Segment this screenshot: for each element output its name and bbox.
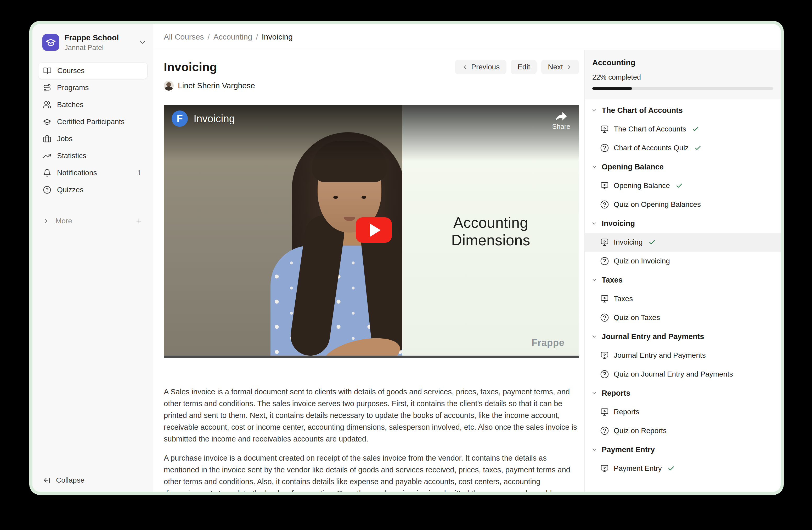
- breadcrumb-accounting[interactable]: Accounting: [214, 32, 252, 41]
- outline-chapter[interactable]: The Chart of Accounts: [585, 101, 781, 120]
- video-lesson-icon: [600, 181, 609, 190]
- course-title: Accounting: [592, 58, 773, 67]
- next-button[interactable]: Next: [541, 60, 579, 74]
- quiz-icon: [600, 426, 609, 435]
- outline-lesson[interactable]: Quiz on Opening Balances: [585, 195, 781, 214]
- sidebar-item-programs[interactable]: Programs: [38, 79, 147, 96]
- breadcrumb-separator: /: [207, 32, 209, 41]
- sidebar-item-statistics[interactable]: Statistics: [38, 148, 147, 164]
- edit-button[interactable]: Edit: [511, 60, 537, 74]
- presenter-eye: [362, 196, 366, 199]
- chapter-title: The Chart of Accounts: [602, 106, 683, 115]
- lesson-paragraph: A purchase invoice is a document created…: [164, 452, 580, 492]
- previous-button[interactable]: Previous: [455, 60, 506, 74]
- chevron-right-icon: [43, 218, 50, 224]
- plus-icon[interactable]: [135, 217, 143, 225]
- lesson-label: Chart of Accounts Quiz: [614, 144, 688, 152]
- video-title[interactable]: Invoicing: [193, 113, 235, 125]
- help-circle-icon: [43, 186, 51, 194]
- video-progress-bar[interactable]: [164, 355, 579, 358]
- progress-track: [592, 87, 773, 90]
- check-icon: [676, 182, 683, 189]
- sidebar-item-label: Courses: [57, 67, 85, 75]
- lesson-label: Invoicing: [614, 238, 643, 247]
- lesson-content: Invoicing Previous Edit Next: [153, 50, 584, 492]
- video-watermark: Frappe: [532, 337, 565, 348]
- outline-lesson[interactable]: Quiz on Invoicing: [585, 252, 781, 270]
- video-share-button[interactable]: Share: [552, 111, 570, 131]
- edit-label: Edit: [518, 63, 530, 71]
- check-icon: [649, 239, 655, 246]
- content-row: Invoicing Previous Edit Next: [153, 50, 781, 492]
- sidebar-item-courses[interactable]: Courses: [38, 62, 147, 79]
- briefcase-icon: [43, 135, 51, 143]
- sidebar-item-label: Certified Participants: [57, 117, 125, 126]
- sidebar-item-batches[interactable]: Batches: [38, 96, 147, 113]
- outline-chapter[interactable]: Payment Entry: [585, 440, 781, 459]
- users-icon: [43, 100, 51, 109]
- outline-lesson[interactable]: Quiz on Taxes: [585, 308, 781, 327]
- play-button[interactable]: [356, 217, 392, 243]
- video-lesson-icon: [600, 407, 609, 416]
- workspace-switcher[interactable]: Frappe School Jannat Patel: [38, 33, 147, 52]
- outline-chapter[interactable]: Invoicing: [585, 214, 781, 233]
- outline-lesson[interactable]: Invoicing: [585, 233, 781, 252]
- workspace-title: Frappe School: [64, 33, 119, 42]
- video-lesson-icon: [600, 351, 609, 360]
- chevron-down-icon: [591, 390, 597, 396]
- lesson-label: Quiz on Reports: [614, 427, 667, 435]
- chevron-down-icon: [591, 446, 597, 453]
- sidebar-item-more[interactable]: More: [38, 213, 147, 229]
- slide-title: Accounting Dimensions: [451, 214, 530, 249]
- quiz-icon: [600, 313, 609, 322]
- outline-lesson[interactable]: Quiz on Journal Entry and Payments: [585, 365, 781, 383]
- sidebar-item-certified-participants[interactable]: Certified Participants: [38, 113, 147, 130]
- outline-lesson[interactable]: Quiz on Reports: [585, 421, 781, 440]
- progress-fill: [592, 87, 632, 90]
- outline-lesson[interactable]: Journal Entry and Payments: [585, 346, 781, 365]
- lesson-label: Quiz on Opening Balances: [614, 200, 701, 209]
- lesson-label: The Chart of Accounts: [614, 125, 686, 133]
- outline-chapter[interactable]: Journal Entry and Payments: [585, 327, 781, 346]
- app-frame: Frappe School Jannat Patel CoursesProgra…: [32, 24, 781, 492]
- chevron-down-icon[interactable]: [139, 39, 146, 46]
- outline-lesson[interactable]: Chart of Accounts Quiz: [585, 139, 781, 157]
- video-lesson-icon: [600, 125, 609, 134]
- share-label: Share: [552, 123, 570, 131]
- outline-lesson[interactable]: Payment Entry: [585, 459, 781, 478]
- bell-icon: [43, 169, 51, 177]
- outline-chapter[interactable]: Reports: [585, 383, 781, 403]
- lesson-label: Quiz on Invoicing: [614, 257, 670, 265]
- author-avatar: [164, 81, 174, 90]
- page-title: Invoicing: [164, 60, 217, 74]
- video-channel-logo-icon[interactable]: F: [172, 111, 188, 127]
- slide-line-2: Dimensions: [451, 232, 530, 249]
- main-area: All Courses / Accounting / Invoicing Inv…: [153, 24, 781, 492]
- breadcrumb-all-courses[interactable]: All Courses: [164, 32, 204, 41]
- check-icon: [694, 144, 701, 152]
- sidebar-item-label: Jobs: [57, 135, 72, 143]
- more-label: More: [56, 217, 72, 225]
- video-player[interactable]: Accounting Dimensions F Invoicing: [164, 105, 579, 358]
- outline-lesson[interactable]: Reports: [585, 403, 781, 421]
- sidebar-item-quizzes[interactable]: Quizzes: [38, 181, 147, 198]
- lesson-label: Payment Entry: [614, 464, 662, 473]
- check-icon: [692, 126, 699, 133]
- outline-lesson[interactable]: Taxes: [585, 289, 781, 308]
- chevron-down-icon: [591, 107, 597, 113]
- sidebar-item-jobs[interactable]: Jobs: [38, 130, 147, 147]
- chevron-down-icon: [591, 277, 597, 283]
- frappe-school-logo-icon: [42, 34, 59, 51]
- outline-chapter[interactable]: Taxes: [585, 270, 781, 289]
- collapse-label: Collapse: [56, 476, 85, 485]
- author-row: Linet Sherin Varghese: [164, 81, 579, 90]
- previous-label: Previous: [471, 63, 499, 71]
- chevron-down-icon: [591, 333, 597, 340]
- outline-lesson[interactable]: Opening Balance: [585, 176, 781, 195]
- outline-lesson[interactable]: The Chart of Accounts: [585, 120, 781, 139]
- lesson-label: Opening Balance: [614, 181, 670, 190]
- sidebar-item-notifications[interactable]: Notifications1: [38, 165, 147, 181]
- outline-chapter[interactable]: Opening Balance: [585, 157, 781, 176]
- lesson-label: Quiz on Journal Entry and Payments: [614, 370, 733, 378]
- collapse-sidebar-button[interactable]: Collapse: [43, 476, 85, 485]
